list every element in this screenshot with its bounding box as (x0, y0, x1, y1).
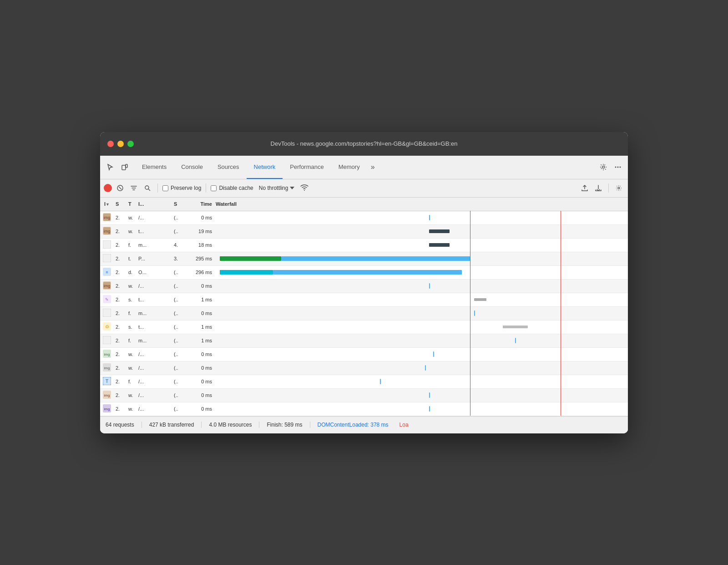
row-time: 0 ms (187, 351, 214, 357)
header-type-col[interactable]: T (127, 201, 136, 207)
cursor-icon[interactable] (104, 161, 116, 173)
more-options-icon[interactable] (612, 161, 624, 173)
row-name: /... (136, 379, 173, 384)
divider3 (608, 183, 609, 193)
row-size: (.. (173, 283, 187, 289)
row-waterfall (214, 402, 628, 416)
row-type: w. (127, 392, 136, 398)
row-status: 2. (114, 324, 127, 330)
settings2-icon[interactable] (613, 183, 624, 193)
row-type: f. (127, 242, 136, 248)
svg-text:✎: ✎ (105, 297, 109, 302)
throttle-select[interactable]: No throttling (256, 184, 298, 192)
table-row[interactable]: img 2. w. /... (.. 0 ms (100, 211, 628, 225)
svg-line-9 (148, 189, 150, 191)
table-row[interactable]: img 2. w. /... (.. 0 ms (100, 361, 628, 375)
device-toggle-icon[interactable] (118, 161, 131, 173)
svg-text:img: img (104, 393, 110, 397)
table-row[interactable]: img 2. w. /... (.. 0 ms (100, 348, 628, 361)
row-icon: img (100, 213, 114, 222)
upload-icon[interactable] (579, 183, 590, 193)
clear-icon[interactable] (115, 183, 126, 193)
row-type: d. (127, 270, 136, 275)
divider (157, 183, 158, 193)
row-size: (.. (173, 406, 187, 412)
tab-performance[interactable]: Performance (283, 156, 331, 179)
wifi-icon (300, 183, 309, 193)
table-row[interactable]: img 2. w. /... (.. 0 ms (100, 389, 628, 402)
svg-line-7 (119, 187, 121, 189)
window-title: DevTools - news.google.com/topstories?hl… (271, 140, 458, 147)
row-status: 2. (114, 365, 127, 371)
tab-memory[interactable]: Memory (331, 156, 367, 179)
record-button[interactable] (104, 184, 112, 192)
maximize-button[interactable] (127, 141, 134, 147)
table-row[interactable]: img 2. w. /... (.. 0 ms (100, 280, 628, 293)
disable-cache-checkbox[interactable] (211, 185, 217, 191)
row-name: /... (136, 392, 173, 398)
row-type: w. (127, 283, 136, 289)
tab-console[interactable]: Console (174, 156, 210, 179)
row-time: 0 ms (187, 215, 214, 220)
svg-rect-1 (126, 164, 127, 168)
header-time-col[interactable]: Time (187, 201, 214, 207)
row-icon: img (100, 363, 114, 372)
row-waterfall (214, 211, 628, 224)
tab-sources[interactable]: Sources (210, 156, 247, 179)
header-size-col[interactable]: S (173, 201, 187, 207)
row-size: (.. (173, 310, 187, 316)
close-button[interactable] (107, 141, 114, 147)
row-status: 2. (114, 379, 127, 384)
table-row[interactable]: ⚙ 2. s. t... (.. 1 ms (100, 321, 628, 334)
svg-point-10 (304, 190, 305, 191)
svg-text:img: img (104, 366, 110, 370)
row-type: w. (127, 229, 136, 234)
header-waterfall-col[interactable]: Waterfall (214, 201, 628, 207)
header-status-col[interactable]: S (114, 201, 127, 207)
tab-elements[interactable]: Elements (135, 156, 174, 179)
row-status: 2. (114, 310, 127, 316)
row-waterfall (214, 388, 628, 402)
row-time: 295 ms (187, 256, 214, 261)
row-icon: T (100, 377, 114, 386)
row-name: t... (136, 324, 173, 330)
row-type: f. (127, 310, 136, 316)
row-icon: img (100, 281, 114, 290)
row-waterfall (214, 293, 628, 306)
svg-point-11 (618, 187, 620, 189)
row-icon: img (100, 391, 114, 400)
row-status: 2. (114, 270, 127, 275)
header-name-col[interactable]: I... (136, 201, 173, 207)
search-icon[interactable] (142, 183, 153, 193)
table-row[interactable]: 2. t. P... 3. 295 ms (100, 252, 628, 266)
preserve-log-label[interactable]: Preserve log (162, 185, 201, 191)
preserve-log-checkbox[interactable] (162, 185, 168, 191)
settings-icon[interactable] (597, 161, 610, 173)
disable-cache-label[interactable]: Disable cache (211, 185, 253, 191)
row-waterfall (214, 252, 628, 265)
table-row[interactable]: ✎ 2. s. t... (.. 1 ms (100, 293, 628, 307)
row-time: 0 ms (187, 406, 214, 412)
table-row[interactable]: img 2. w. t... (.. 19 ms (100, 225, 628, 239)
table-row[interactable]: ≡ 2. d. O... (.. 296 ms (100, 266, 628, 280)
row-waterfall (214, 334, 628, 347)
table-row[interactable]: 2. f. m... (.. 0 ms (100, 307, 628, 321)
tab-network[interactable]: Network (247, 156, 283, 179)
table-row[interactable]: 2. f. m... 4. 18 ms (100, 239, 628, 252)
row-name: /... (136, 215, 173, 220)
row-time: 1 ms (187, 297, 214, 302)
minimize-button[interactable] (117, 141, 124, 147)
more-tabs-button[interactable]: » (367, 156, 379, 179)
svg-rect-19 (103, 254, 111, 262)
filter-icon[interactable] (128, 183, 139, 193)
devtools-window: DevTools - news.google.com/topstories?hl… (100, 132, 628, 433)
download-icon[interactable] (593, 183, 604, 193)
table-row[interactable]: img 2. w. /... (.. 0 ms (100, 402, 628, 416)
row-time: 0 ms (187, 365, 214, 371)
row-size: (.. (173, 229, 187, 234)
network-toolbar: Preserve log Disable cache No throttling (100, 179, 628, 198)
table-row[interactable]: 2. f. m... (.. 1 ms (100, 334, 628, 348)
row-waterfall (214, 265, 628, 279)
table-row[interactable]: T 2. f. /... (.. 0 ms (100, 375, 628, 389)
svg-text:img: img (104, 229, 111, 234)
